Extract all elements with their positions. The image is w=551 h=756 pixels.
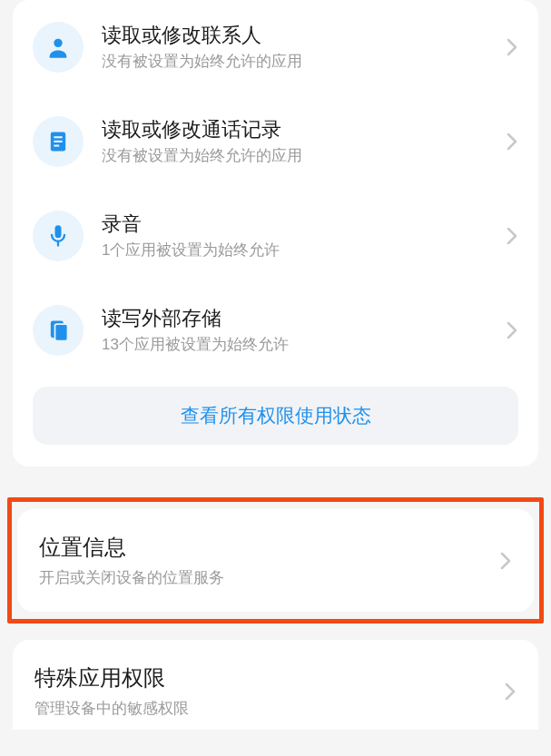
contacts-icon [33,22,84,73]
location-text: 位置信息 开启或关闭设备的位置服务 [39,533,492,588]
special-text: 特殊应用权限 管理设备中的敏感权限 [34,663,497,719]
permission-text: 读取或修改通话记录 没有被设置为始终允许的应用 [102,117,498,167]
permission-subtitle: 没有被设置为始终允许的应用 [102,52,498,72]
highlight-frame: 位置信息 开启或关闭设备的位置服务 [7,497,544,623]
chevron-right-icon [506,319,518,341]
location-subtitle: 开启或关闭设备的位置服务 [39,567,492,588]
permission-title: 读取或修改联系人 [102,23,498,49]
permission-text: 读取或修改联系人 没有被设置为始终允许的应用 [102,23,498,73]
microphone-icon [33,211,84,261]
permission-row-contacts[interactable]: 读取或修改联系人 没有被设置为始终允许的应用 [33,0,518,94]
chevron-right-icon [504,681,517,702]
permission-title: 读取或修改通话记录 [102,117,498,143]
svg-rect-8 [55,324,68,341]
location-services-row[interactable]: 位置信息 开启或关闭设备的位置服务 [17,509,534,612]
svg-rect-2 [54,136,62,138]
call-log-icon [33,116,84,167]
location-title: 位置信息 [39,533,492,562]
permission-text: 录音 1个应用被设置为始终允许 [102,211,498,261]
special-app-permissions-row[interactable]: 特殊应用权限 管理设备中的敏感权限 [13,640,538,730]
chevron-right-icon [506,36,518,58]
permission-title: 读写外部存储 [102,306,498,332]
view-all-permissions-button[interactable]: 查看所有权限使用状态 [33,387,518,445]
storage-icon [33,305,84,356]
special-title: 特殊应用权限 [34,663,497,692]
permission-row-microphone[interactable]: 录音 1个应用被设置为始终允许 [33,189,518,283]
permission-text: 读写外部存储 13个应用被设置为始终允许 [102,306,498,356]
chevron-right-icon [506,131,518,152]
permissions-card: 读取或修改联系人 没有被设置为始终允许的应用 读取或修改通话记录 没有被设置为始… [13,0,538,466]
svg-rect-4 [54,145,59,147]
special-subtitle: 管理设备中的敏感权限 [34,698,497,719]
svg-rect-5 [55,225,62,238]
permission-row-call-log[interactable]: 读取或修改通话记录 没有被设置为始终允许的应用 [33,94,518,189]
permission-subtitle: 13个应用被设置为始终允许 [102,335,498,355]
svg-rect-3 [54,141,62,142]
svg-point-0 [54,39,62,47]
permission-row-storage[interactable]: 读写外部存储 13个应用被设置为始终允许 [33,283,518,378]
permission-title: 录音 [102,211,498,238]
permission-subtitle: 没有被设置为始终允许的应用 [102,146,498,166]
chevron-right-icon [506,225,518,247]
view-all-label: 查看所有权限使用状态 [181,403,371,428]
chevron-right-icon [499,550,512,572]
permission-subtitle: 1个应用被设置为始终允许 [102,241,498,260]
